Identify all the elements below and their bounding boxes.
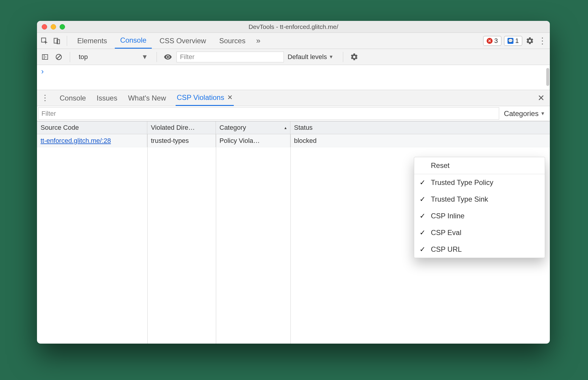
dropdown-option-csp-url[interactable]: ✓ CSP URL [414, 241, 545, 258]
sort-asc-icon: ▴ [284, 125, 287, 130]
dropdown-option-csp-inline[interactable]: ✓ CSP Inline [414, 208, 545, 224]
console-toolbar: top ▼ Filter Default levels ▼ [37, 49, 550, 65]
violations-filter-row: Filter Categories ▼ [37, 106, 550, 121]
chevron-down-icon: ▼ [329, 54, 333, 60]
kebab-menu-icon[interactable]: ⋮ [537, 36, 547, 46]
console-settings-icon[interactable] [349, 52, 359, 62]
close-window-button[interactable] [42, 24, 47, 30]
sidebar-toggle-icon[interactable] [40, 52, 50, 62]
categories-dropdown-button[interactable]: Categories ▼ [499, 106, 550, 121]
cell-category: Policy Viola… [216, 134, 290, 147]
violations-table-header: Source Code Violated Dire… Category ▴ St… [37, 121, 550, 134]
devtools-window: DevTools - tt-enforced.glitch.me/ Elemen… [37, 21, 550, 344]
drawer-tab-whatsnew[interactable]: What's New [127, 90, 167, 106]
option-label: CSP Inline [431, 212, 465, 220]
window-title: DevTools - tt-enforced.glitch.me/ [37, 23, 550, 30]
close-drawer-icon[interactable]: ✕ [538, 93, 547, 103]
drawer-tab-issues[interactable]: Issues [95, 90, 118, 106]
col-source-code[interactable]: Source Code [37, 121, 147, 134]
window-controls [37, 24, 65, 30]
zoom-window-button[interactable] [60, 24, 65, 30]
tab-css-overview[interactable]: CSS Overview [154, 33, 211, 49]
drawer-menu-icon[interactable]: ⋮ [40, 93, 50, 103]
inspect-element-icon[interactable] [39, 36, 49, 46]
scrollbar-thumb[interactable] [546, 68, 549, 86]
context-value: top [79, 53, 88, 61]
clear-console-icon[interactable] [54, 52, 64, 62]
divider [157, 52, 157, 62]
device-toolbar-icon[interactable] [52, 36, 62, 46]
categories-label: Categories [504, 109, 539, 118]
main-toolbar: Elements Console CSS Overview Sources » … [37, 33, 550, 49]
tab-elements[interactable]: Elements [72, 33, 112, 49]
option-label: CSP URL [431, 245, 462, 253]
cell-status: blocked [290, 134, 550, 147]
dropdown-option-trusted-type-policy[interactable]: ✓ Trusted Type Policy [414, 174, 545, 191]
tab-console[interactable]: Console [115, 33, 152, 49]
check-icon: ✓ [420, 245, 425, 254]
console-filter-input[interactable]: Filter [177, 52, 284, 62]
issue-count-badge[interactable]: 💬 1 [504, 36, 522, 46]
log-levels-selector[interactable]: Default levels ▼ [287, 53, 333, 61]
console-prompt-icon: › [41, 67, 44, 76]
issue-count: 1 [515, 37, 519, 45]
error-count-badge[interactable]: ✕ 3 [483, 36, 502, 46]
col-category-label: Category [219, 124, 246, 132]
check-icon: ✓ [420, 195, 425, 203]
error-count: 3 [494, 37, 498, 45]
error-icon: ✕ [487, 38, 493, 44]
issue-icon: 💬 [507, 38, 513, 44]
filter-placeholder: Filter [41, 110, 56, 118]
table-row[interactable]: tt-enforced.glitch.me/:28 trusted-types … [37, 134, 550, 147]
levels-label: Default levels [287, 53, 327, 61]
violations-filter-input[interactable]: Filter [38, 107, 499, 120]
dropdown-option-trusted-type-sink[interactable]: ✓ Trusted Type Sink [414, 191, 545, 208]
chevron-down-icon: ▼ [540, 111, 545, 116]
categories-dropdown: Reset ✓ Trusted Type Policy ✓ Trusted Ty… [414, 157, 545, 258]
col-violated-directive[interactable]: Violated Dire… [147, 121, 216, 134]
option-label: CSP Eval [431, 228, 461, 237]
drawer-tab-console[interactable]: Console [58, 90, 87, 106]
tab-sources[interactable]: Sources [214, 33, 251, 49]
close-tab-icon[interactable]: ✕ [227, 94, 233, 101]
console-body[interactable]: › [37, 65, 550, 90]
drawer-tab-label: CSP Violations [177, 93, 224, 102]
divider [67, 36, 67, 46]
check-icon: ✓ [420, 178, 425, 187]
settings-icon[interactable] [525, 36, 535, 46]
source-link[interactable]: tt-enforced.glitch.me/:28 [41, 137, 111, 145]
col-status[interactable]: Status [290, 121, 550, 134]
col-category[interactable]: Category ▴ [216, 121, 290, 134]
titlebar: DevTools - tt-enforced.glitch.me/ [37, 21, 550, 33]
option-label: Trusted Type Sink [431, 195, 488, 203]
filter-placeholder: Filter [180, 53, 194, 61]
cell-directive: trusted-types [147, 134, 216, 147]
chevron-down-icon: ▼ [142, 53, 148, 61]
dropdown-reset[interactable]: Reset [414, 157, 545, 174]
check-icon: ✓ [420, 228, 425, 237]
dropdown-option-csp-eval[interactable]: ✓ CSP Eval [414, 224, 545, 241]
minimize-window-button[interactable] [51, 24, 56, 30]
divider [343, 52, 343, 62]
divider [70, 52, 70, 62]
svg-rect-3 [42, 55, 48, 59]
context-selector[interactable]: top ▼ [76, 52, 151, 62]
drawer-tab-csp-violations[interactable]: CSP Violations ✕ [176, 90, 234, 106]
live-expression-icon[interactable] [163, 52, 173, 62]
svg-line-6 [57, 55, 61, 59]
drawer-tabbar: ⋮ Console Issues What's New CSP Violatio… [37, 90, 550, 106]
check-icon: ✓ [420, 212, 425, 220]
option-label: Trusted Type Policy [431, 178, 493, 186]
more-tabs-icon[interactable]: » [253, 36, 263, 46]
